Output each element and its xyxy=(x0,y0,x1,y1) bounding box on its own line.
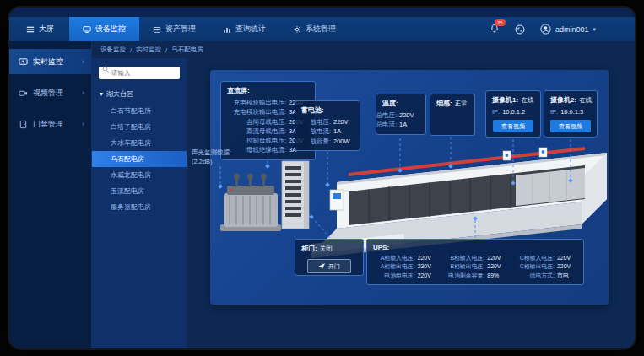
metric-value: 220V xyxy=(487,254,507,262)
tab-query-statistics[interactable]: 查询统计 xyxy=(209,17,279,41)
fullscreen-icon[interactable] xyxy=(515,24,525,35)
metric-label: B相输入电压: xyxy=(450,254,484,262)
chevron-right-icon: › xyxy=(82,57,84,66)
smoke-sensor-panel: 烟感: 正常 xyxy=(430,94,475,136)
metric-label: 总电压: xyxy=(376,111,397,120)
panel-title: 温度: xyxy=(382,99,419,108)
open-door-label: 开门 xyxy=(328,262,340,271)
breadcrumb-realtime-monitoring[interactable]: 实时监控 xyxy=(136,46,161,54)
breadcrumb-separator: / xyxy=(165,46,167,54)
metric-label: A相输入电压: xyxy=(381,254,415,262)
tab-label: 查询统计 xyxy=(235,24,266,35)
metric-label: C相输出电压: xyxy=(520,262,555,271)
ip-value: 10.0.1.3 xyxy=(560,107,583,116)
metric-value: 220V xyxy=(399,111,419,120)
sidebar-item-access-control[interactable]: 门禁管理 › xyxy=(9,111,91,137)
tree-item[interactable]: 永威北配电房 xyxy=(92,167,187,183)
gear-icon xyxy=(293,25,301,34)
open-door-button[interactable]: 开门 xyxy=(307,259,351,273)
tree-group-node[interactable]: ▾ 湖大台区 xyxy=(92,87,187,103)
tree-item[interactable]: 大水车配电房 xyxy=(92,135,187,151)
sidebar: 实时监控 › 视频管理 › 门禁管理 › xyxy=(9,41,92,348)
metric-value: 220V xyxy=(557,262,577,271)
tab-device-monitoring[interactable]: 设备监控 xyxy=(69,17,139,41)
sound-light-monitor-label: 声光监测数据: (2.2dB) xyxy=(192,148,231,167)
chevron-down-icon: ▾ xyxy=(593,26,596,33)
panel-title: 直流屏: xyxy=(227,86,309,95)
metric-value: 220V xyxy=(418,254,438,262)
ups-phase-c-column: C相输入电压:220V C相输出电压:220V 供电方式:市电 xyxy=(512,254,577,280)
chevron-right-icon: › xyxy=(82,120,84,128)
metric-value: 220V xyxy=(333,117,354,127)
chart-icon xyxy=(223,25,231,34)
right-column: 设备监控 / 实时监控 / 乌石配电房 ▾ xyxy=(92,41,635,348)
breadcrumb: 设备监控 / 实时监控 / 乌石配电房 xyxy=(92,41,635,58)
tree-item-selected[interactable]: 乌石配电房 xyxy=(92,151,187,167)
metric-value: 89% xyxy=(487,272,507,280)
battery-panel: 蓄电池: 放电压:220V 放电流:1A 放容量:200W xyxy=(295,100,360,151)
top-navigation-bar: 大屏 设备监控 资产管理 查询统计 系统管理 xyxy=(9,17,635,41)
metric-label: 放电压: xyxy=(310,117,331,127)
tree-search xyxy=(99,63,180,79)
metric-label: 放电流: xyxy=(310,127,331,136)
camera-status: 在线 xyxy=(521,95,541,105)
metric-label: 控制母线电压: xyxy=(246,136,286,145)
metric-value: 市电 xyxy=(557,272,577,280)
metric-label: 直流母线电流: xyxy=(246,127,286,136)
tab-label: 资产管理 xyxy=(165,24,196,35)
sidebar-item-label: 实时监控 xyxy=(33,57,63,67)
door-status: 关闭 xyxy=(320,244,340,254)
metric-value: 220V xyxy=(487,262,507,271)
ip-label: IP: xyxy=(550,107,558,116)
ups-phase-b-column: B相输入电压:220V B相输出电压:220V 电池剩余容量:89% xyxy=(443,254,508,280)
metric-label: 充电模块输出电流: xyxy=(234,107,286,116)
notification-badge: 25 xyxy=(495,19,506,26)
metric-label: 充电模块输出电压: xyxy=(234,98,286,107)
door-icon xyxy=(19,120,28,129)
user-menu[interactable]: admin001 ▾ xyxy=(540,24,596,35)
breadcrumb-device-monitoring[interactable]: 设备监控 xyxy=(100,46,126,54)
door-label: 柜门: xyxy=(301,244,317,254)
ip-label: IP: xyxy=(492,107,500,116)
metric-label: 合闸母线电压: xyxy=(246,117,286,127)
tree-caret-icon: ▾ xyxy=(100,90,103,98)
station-tree-panel: ▾ 湖大台区 白石节配电所 白塔子配电房 大水车配电房 乌石配电房 永威北配电房… xyxy=(92,58,187,348)
sound-label-value: (2.2dB) xyxy=(192,157,231,166)
tab-asset-management[interactable]: 资产管理 xyxy=(139,17,209,41)
view-video-button[interactable]: 查看视频 xyxy=(550,120,591,132)
tree-item[interactable]: 玉溪配电房 xyxy=(92,183,187,199)
tab-label: 设备监控 xyxy=(95,24,126,35)
search-icon xyxy=(102,66,110,73)
tab-system-management[interactable]: 系统管理 xyxy=(279,17,349,41)
menu-icon xyxy=(26,25,35,34)
panel-title: 蓄电池: xyxy=(301,105,354,115)
metric-label: 电池剩余容量: xyxy=(448,272,484,280)
ups-phase-a-column: A相输入电压:220V A相输出电压:230V 电池组电压:220V xyxy=(373,254,438,280)
sidebar-item-realtime-monitoring[interactable]: 实时监控 › xyxy=(9,49,91,74)
camera-status: 在线 xyxy=(579,95,599,105)
tree-item[interactable]: 服务器配电房 xyxy=(92,199,187,215)
main-row: ▾ 湖大台区 白石节配电所 白塔子配电房 大水车配电房 乌石配电房 永威北配电房… xyxy=(92,58,635,348)
metric-label: 电池组电压: xyxy=(384,272,414,280)
tree-item[interactable]: 白塔子配电房 xyxy=(92,119,187,135)
metric-label: B相输出电压: xyxy=(450,262,484,271)
sidebar-item-video-management[interactable]: 视频管理 › xyxy=(9,80,91,105)
nav-item-dashboard[interactable]: 大屏 xyxy=(9,17,69,41)
view-video-button[interactable]: 查看视频 xyxy=(493,120,533,132)
notifications-button[interactable]: 25 xyxy=(490,24,500,35)
tab-label: 系统管理 xyxy=(306,24,336,35)
room-overview-content: 直流屏: 充电模块输出电压:220V 充电模块输出电流:3A 合闸母线电压:20… xyxy=(187,58,635,348)
smoke-status: 正常 xyxy=(455,99,475,109)
panel-title: UPS: xyxy=(373,244,577,251)
temperature-panel: 温度: 总电压:220V 总电流:1A xyxy=(376,94,426,135)
camera-label: 摄像机1: xyxy=(492,95,518,105)
metric-value: 200W xyxy=(333,137,354,146)
breadcrumb-current-room[interactable]: 乌石配电房 xyxy=(171,46,203,54)
sidebar-item-label: 视频管理 xyxy=(33,88,63,99)
chevron-right-icon: › xyxy=(82,89,84,97)
username: admin001 xyxy=(555,25,589,34)
search-input[interactable] xyxy=(99,67,180,79)
metric-label: 总电流: xyxy=(376,120,397,129)
tree-item[interactable]: 白石节配电所 xyxy=(92,103,187,119)
send-icon xyxy=(318,263,325,270)
